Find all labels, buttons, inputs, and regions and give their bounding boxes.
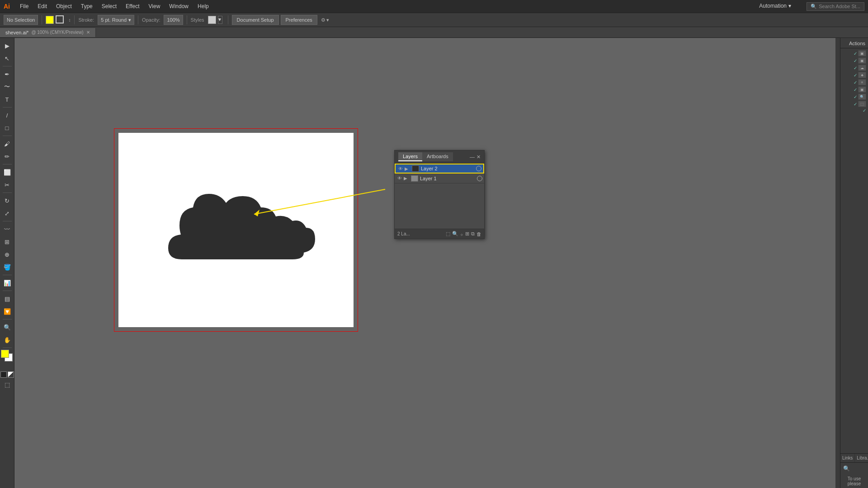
layer-expand-icon[interactable]: ▶ bbox=[405, 166, 410, 171]
artboard-tool[interactable]: ⬚ bbox=[1, 379, 13, 390]
action-icon-6[interactable]: ▣ bbox=[858, 86, 866, 93]
action-icon-1[interactable]: ▣ bbox=[858, 50, 866, 56]
scissors-tool[interactable]: ✂ bbox=[1, 179, 13, 191]
layer-target-circle[interactable] bbox=[476, 166, 481, 171]
line-tool[interactable]: / bbox=[1, 109, 13, 121]
document-setup-button[interactable]: Document Setup bbox=[232, 15, 279, 25]
rect-tool[interactable]: □ bbox=[1, 122, 13, 134]
action-icon-3[interactable]: ☁ bbox=[858, 65, 866, 71]
libraries-tab[interactable]: Libra... bbox=[855, 454, 868, 462]
eraser-tool[interactable]: ⬜ bbox=[1, 166, 13, 178]
action-check-icon: ✓ bbox=[854, 80, 857, 85]
warp-tool[interactable]: 〰 bbox=[1, 223, 13, 235]
layer-visibility-icon[interactable]: 👁 bbox=[397, 166, 404, 171]
action-check-icon: ✓ bbox=[854, 102, 857, 107]
artboards-tab[interactable]: Artboards bbox=[422, 152, 453, 161]
opacity-value[interactable]: 100% bbox=[164, 15, 183, 25]
delete-layer-button[interactable]: 🗑 bbox=[476, 231, 481, 237]
layer-expand-icon[interactable]: ▶ bbox=[404, 176, 409, 181]
panel-search-area: 🔍 bbox=[840, 462, 868, 474]
fill-color-swatch[interactable] bbox=[46, 16, 54, 24]
action-check-icon: ✓ bbox=[854, 87, 857, 92]
eyedropper-tool[interactable]: 🔽 bbox=[1, 305, 13, 317]
rotate-tool[interactable]: ↻ bbox=[1, 195, 13, 206]
gradient-tool[interactable]: ▤ bbox=[1, 293, 13, 305]
styles-dropdown-arrow[interactable]: ▾ bbox=[218, 16, 222, 24]
column-graph-tool[interactable]: 📊 bbox=[1, 277, 13, 289]
pencil-tool[interactable]: ✏ bbox=[1, 150, 13, 162]
color-swatch-area[interactable] bbox=[1, 350, 14, 362]
action-icon-7[interactable]: 🔍 bbox=[858, 94, 866, 100]
arrange-icon[interactable]: ⚙ bbox=[321, 17, 326, 23]
search-input[interactable]: Search Adobe St... bbox=[819, 4, 860, 9]
preferences-button[interactable]: Preferences bbox=[281, 15, 317, 25]
panel-controls: — ✕ bbox=[470, 154, 481, 160]
layer-name[interactable]: Layer 2 bbox=[421, 166, 475, 171]
selection-tool[interactable]: ▶ bbox=[1, 40, 13, 52]
document-tab[interactable]: sheven.ai* @ 100% (CMYK/Preview) ✕ bbox=[0, 28, 96, 37]
stroke-mode-btn[interactable] bbox=[8, 371, 14, 378]
stroke-label: Stroke: bbox=[78, 17, 94, 23]
layers-list: 👁 ▶ Layer 2 👁 ▶ Layer 1 bbox=[395, 164, 484, 183]
main-area: ▶ ↖ ✒ 〜 T / □ 🖌 ✏ ⬜ ✂ ↻ ⤢ 〰 ⊞ ⊕ 🪣 📊 ▤ 🔽 … bbox=[0, 38, 868, 488]
links-tab[interactable]: Links bbox=[840, 454, 855, 462]
action-row-7: ✓ 🔍 bbox=[842, 94, 866, 100]
menu-select[interactable]: Select bbox=[97, 1, 121, 11]
hand-tool[interactable]: ✋ bbox=[1, 334, 13, 346]
stroke-dropdown[interactable]: 5 pt. Round ▾ bbox=[98, 15, 134, 25]
foreground-swatch[interactable] bbox=[1, 350, 9, 358]
panel-close-button[interactable]: ✕ bbox=[476, 154, 481, 160]
stroke-color-swatch[interactable] bbox=[56, 15, 64, 23]
curvature-tool[interactable]: 〜 bbox=[1, 81, 13, 93]
menu-type[interactable]: Type bbox=[76, 1, 97, 11]
menu-effect[interactable]: Effect bbox=[121, 1, 144, 11]
menu-help[interactable]: Help bbox=[193, 1, 213, 11]
layers-footer-buttons: ⬚ 🔍 ⬦ ⊞ ⧉ 🗑 bbox=[446, 231, 481, 237]
action-row-1: ✓ ▣ bbox=[842, 50, 866, 56]
menu-object[interactable]: Object bbox=[52, 1, 76, 11]
action-icon-5[interactable]: ≡ bbox=[858, 79, 866, 85]
panel-minimize-button[interactable]: — bbox=[470, 154, 475, 160]
styles-swatch[interactable] bbox=[208, 16, 216, 24]
menu-window[interactable]: Window bbox=[165, 1, 193, 11]
action-check-icon: ✓ bbox=[854, 66, 857, 70]
move-to-new-layer-button[interactable]: ⬦ bbox=[460, 231, 463, 237]
new-layer-button[interactable]: 🔍 bbox=[452, 231, 458, 237]
layer-target-circle[interactable] bbox=[477, 176, 482, 181]
action-icon-2[interactable]: ▣ bbox=[858, 57, 866, 64]
live-paint-tool[interactable]: 🪣 bbox=[1, 261, 13, 273]
menu-view[interactable]: View bbox=[144, 1, 165, 11]
free-transform-tool[interactable]: ⊞ bbox=[1, 236, 13, 248]
arrange-dropdown[interactable]: ▾ bbox=[326, 17, 329, 23]
fill-mode-btn[interactable] bbox=[0, 371, 7, 378]
actions-panel-header: Actions bbox=[840, 38, 868, 48]
layers-tab[interactable]: Layers bbox=[398, 152, 422, 161]
layer-row-layer1[interactable]: 👁 ▶ Layer 1 bbox=[395, 174, 484, 183]
close-tab-button[interactable]: ✕ bbox=[86, 30, 90, 35]
scale-tool[interactable]: ⤢ bbox=[1, 207, 13, 219]
menu-bar: Ai File Edit Object Type Select Effect V… bbox=[0, 0, 868, 13]
merge-layers-button[interactable]: ⊞ bbox=[465, 231, 469, 237]
layer-name[interactable]: Layer 1 bbox=[420, 176, 476, 181]
layer-visibility-icon[interactable]: 👁 bbox=[396, 176, 403, 181]
paintbrush-tool[interactable]: 🖌 bbox=[1, 138, 13, 150]
direct-selection-tool[interactable]: ↖ bbox=[1, 52, 13, 64]
actions-panel-content: ✓ ▣ ✓ ▣ ✓ ☁ ✓ ♣ ✓ ≡ ✓ ▣ bbox=[840, 48, 868, 453]
canvas-scrollbar[interactable] bbox=[835, 38, 840, 488]
type-tool[interactable]: T bbox=[1, 94, 13, 105]
duplicate-layer-button[interactable]: ⧉ bbox=[471, 231, 475, 237]
cloud-shape[interactable] bbox=[155, 183, 317, 283]
action-icon-8[interactable]: ⬚ bbox=[858, 101, 866, 107]
pen-tool[interactable]: ✒ bbox=[1, 68, 13, 80]
menu-file[interactable]: File bbox=[15, 1, 33, 11]
left-toolbox: ▶ ↖ ✒ 〜 T / □ 🖌 ✏ ⬜ ✂ ↻ ⤢ 〰 ⊞ ⊕ 🪣 📊 ▤ 🔽 … bbox=[0, 38, 14, 488]
search-icon[interactable]: 🔍 bbox=[843, 465, 850, 472]
canvas-area[interactable]: Layers Artboards — ✕ 👁 ▶ Layer 2 bbox=[14, 38, 840, 488]
layer-row-layer2[interactable]: 👁 ▶ Layer 2 bbox=[395, 164, 484, 174]
zoom-tool[interactable]: 🔍 bbox=[1, 321, 13, 333]
action-icon-4[interactable]: ♣ bbox=[858, 72, 866, 78]
menu-edit[interactable]: Edit bbox=[33, 1, 52, 11]
make-sublayer-button[interactable]: ⬚ bbox=[446, 231, 450, 237]
shape-builder-tool[interactable]: ⊕ bbox=[1, 249, 13, 260]
automation-workspace[interactable]: Automation ▾ bbox=[755, 0, 796, 12]
